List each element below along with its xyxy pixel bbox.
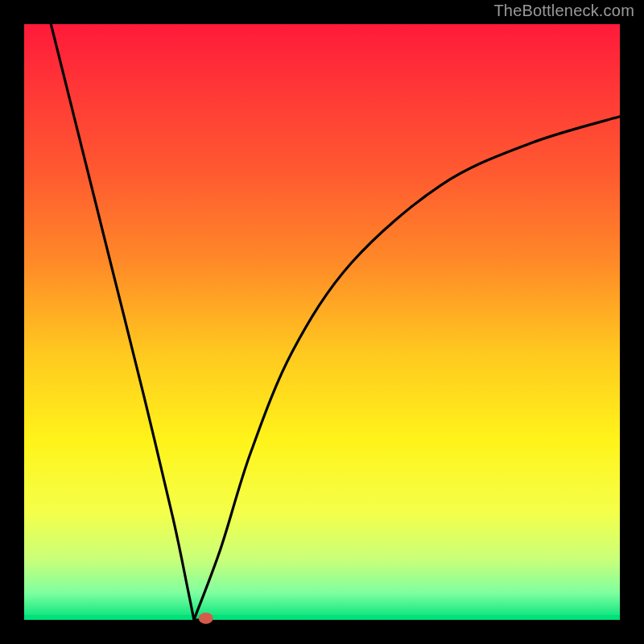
chart-frame: TheBottleneck.com bbox=[0, 0, 644, 644]
minimum-marker bbox=[199, 613, 213, 624]
bottleneck-chart bbox=[0, 0, 644, 644]
baseline-strip bbox=[24, 615, 620, 620]
attribution-label: TheBottleneck.com bbox=[493, 2, 634, 20]
plot-background bbox=[24, 24, 620, 620]
